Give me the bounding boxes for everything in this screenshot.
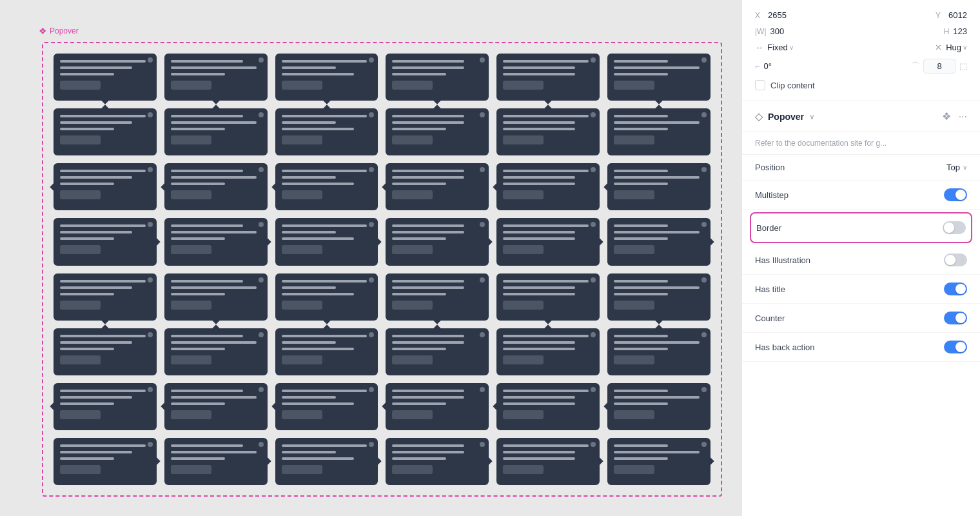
- card-action-button[interactable]: [171, 245, 211, 254]
- card-action-button[interactable]: [60, 190, 101, 199]
- x-value[interactable]: 2655: [768, 10, 787, 20]
- card-action-button[interactable]: [282, 81, 322, 90]
- card-close-button[interactable]: [369, 112, 374, 117]
- card-action-button[interactable]: [60, 81, 101, 90]
- card-action-button[interactable]: [171, 410, 211, 419]
- card-close-button[interactable]: [591, 442, 596, 447]
- card-action-button[interactable]: [282, 410, 322, 419]
- card-close-button[interactable]: [148, 112, 153, 117]
- card-close-button[interactable]: [591, 387, 596, 392]
- multistep-toggle[interactable]: [944, 188, 967, 201]
- angle-value[interactable]: 0°: [764, 61, 772, 71]
- card-action-button[interactable]: [171, 355, 211, 364]
- move-icon[interactable]: ❖: [942, 110, 951, 123]
- w-value[interactable]: 300: [770, 26, 785, 36]
- card-close-button[interactable]: [259, 277, 264, 283]
- has-title-toggle[interactable]: [944, 283, 967, 295]
- card-action-button[interactable]: [614, 410, 654, 419]
- card-close-button[interactable]: [369, 277, 374, 283]
- card-close-button[interactable]: [148, 387, 153, 392]
- card-close-button[interactable]: [369, 222, 374, 227]
- card-action-button[interactable]: [282, 245, 322, 254]
- card-close-button[interactable]: [591, 112, 596, 117]
- card-close-button[interactable]: [480, 332, 485, 337]
- card-close-button[interactable]: [259, 112, 264, 117]
- card-close-button[interactable]: [701, 112, 707, 117]
- card-action-button[interactable]: [503, 190, 544, 199]
- card-action-button[interactable]: [392, 465, 433, 474]
- card-close-button[interactable]: [259, 167, 264, 172]
- card-close-button[interactable]: [259, 442, 264, 447]
- counter-toggle[interactable]: [944, 312, 967, 324]
- card-close-button[interactable]: [591, 332, 596, 337]
- card-close-button[interactable]: [369, 387, 374, 392]
- card-close-button[interactable]: [480, 112, 485, 117]
- card-close-button[interactable]: [148, 222, 153, 227]
- card-action-button[interactable]: [392, 355, 433, 364]
- card-close-button[interactable]: [701, 277, 707, 283]
- card-close-button[interactable]: [480, 387, 485, 392]
- card-close-button[interactable]: [591, 222, 596, 227]
- border-toggle[interactable]: [943, 221, 966, 234]
- card-action-button[interactable]: [60, 410, 101, 419]
- card-action-button[interactable]: [392, 245, 433, 254]
- card-action-button[interactable]: [60, 465, 101, 474]
- component-dropdown-arrow[interactable]: ∨: [809, 112, 815, 121]
- card-action-button[interactable]: [171, 81, 211, 90]
- card-action-button[interactable]: [282, 355, 322, 364]
- card-action-button[interactable]: [171, 135, 211, 144]
- card-action-button[interactable]: [614, 245, 654, 254]
- card-action-button[interactable]: [60, 245, 101, 254]
- card-action-button[interactable]: [171, 465, 211, 474]
- card-action-button[interactable]: [503, 301, 544, 310]
- card-close-button[interactable]: [591, 57, 596, 63]
- card-close-button[interactable]: [148, 332, 153, 337]
- card-close-button[interactable]: [591, 167, 596, 172]
- card-close-button[interactable]: [701, 57, 707, 63]
- card-close-button[interactable]: [480, 222, 485, 227]
- has-illustration-toggle[interactable]: [944, 253, 967, 266]
- card-action-button[interactable]: [503, 465, 544, 474]
- card-action-button[interactable]: [614, 190, 654, 199]
- card-close-button[interactable]: [148, 57, 153, 63]
- card-close-button[interactable]: [480, 167, 485, 172]
- card-action-button[interactable]: [60, 135, 101, 144]
- card-close-button[interactable]: [369, 167, 374, 172]
- card-action-button[interactable]: [282, 301, 322, 310]
- card-close-button[interactable]: [369, 57, 374, 63]
- card-close-button[interactable]: [259, 57, 264, 63]
- card-action-button[interactable]: [503, 81, 544, 90]
- card-action-button[interactable]: [614, 355, 654, 364]
- card-close-button[interactable]: [259, 332, 264, 337]
- card-action-button[interactable]: [392, 135, 433, 144]
- card-action-button[interactable]: [503, 135, 544, 144]
- card-close-button[interactable]: [369, 332, 374, 337]
- card-action-button[interactable]: [282, 135, 322, 144]
- card-action-button[interactable]: [503, 410, 544, 419]
- fixed-layout-item[interactable]: ↔ Fixed ∨: [755, 43, 794, 52]
- card-close-button[interactable]: [148, 277, 153, 283]
- card-action-button[interactable]: [392, 81, 433, 90]
- radius-input[interactable]: [923, 59, 956, 74]
- more-icon[interactable]: ···: [959, 111, 967, 123]
- clip-content-checkbox[interactable]: [755, 80, 765, 90]
- card-action-button[interactable]: [171, 190, 211, 199]
- card-close-button[interactable]: [701, 442, 707, 447]
- card-action-button[interactable]: [171, 301, 211, 310]
- has-back-action-toggle[interactable]: [944, 341, 967, 353]
- card-action-button[interactable]: [614, 465, 654, 474]
- card-close-button[interactable]: [480, 57, 485, 63]
- card-close-button[interactable]: [480, 442, 485, 447]
- card-close-button[interactable]: [701, 167, 707, 172]
- card-close-button[interactable]: [701, 387, 707, 392]
- card-action-button[interactable]: [503, 355, 544, 364]
- card-close-button[interactable]: [591, 277, 596, 283]
- card-action-button[interactable]: [392, 410, 433, 419]
- card-action-button[interactable]: [392, 190, 433, 199]
- card-close-button[interactable]: [701, 222, 707, 227]
- card-action-button[interactable]: [503, 245, 544, 254]
- card-close-button[interactable]: [259, 222, 264, 227]
- card-action-button[interactable]: [60, 355, 101, 364]
- card-action-button[interactable]: [60, 301, 101, 310]
- card-close-button[interactable]: [259, 387, 264, 392]
